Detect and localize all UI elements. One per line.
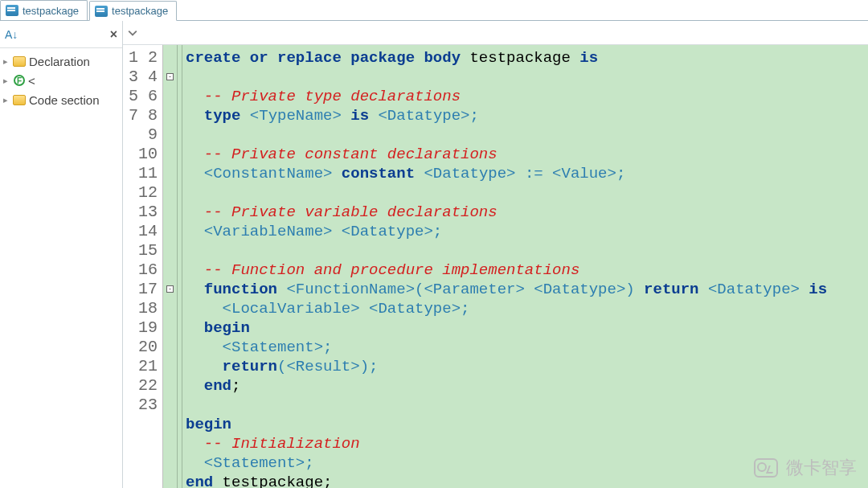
tree-item-func[interactable]: ▸ F < [2, 71, 122, 90]
fold-toggle[interactable]: - [166, 285, 174, 293]
tab-label: testpackage [112, 5, 168, 17]
package-icon [95, 6, 108, 17]
function-icon: F [14, 75, 25, 86]
app-root: testpackage testpackage A↓ × ▸ Declarati… [0, 0, 868, 488]
sidebar-toolbar: A↓ × [0, 21, 122, 48]
chevron-down-icon [128, 28, 137, 38]
tree-item-label: Declaration [29, 55, 90, 68]
folder-icon [13, 95, 26, 105]
tree-item-label: Code section [29, 93, 100, 107]
tree-item-declaration[interactable]: ▸ Declaration [2, 51, 122, 71]
tab-label: testpackage [23, 5, 79, 17]
package-icon [6, 5, 18, 16]
main-split: A↓ × ▸ Declaration ▸ F < ▸ Code section [0, 21, 868, 488]
breadcrumb-bar[interactable] [123, 21, 868, 45]
structure-sidebar: A↓ × ▸ Declaration ▸ F < ▸ Code section [0, 21, 123, 488]
tree-item-code-section[interactable]: ▸ Code section [2, 90, 122, 109]
structure-tree: ▸ Declaration ▸ F < ▸ Code section [0, 48, 122, 488]
line-number-gutter: 1 2 3 4 5 6 7 8 9 10 11 12 13 14 15 16 1… [123, 45, 163, 488]
fold-toggle[interactable]: - [166, 73, 174, 80]
folder-icon [13, 56, 26, 67]
editor-tabbar: testpackage testpackage [0, 0, 868, 21]
tree-item-label: < [28, 74, 35, 88]
chevron-right-icon: ▸ [3, 76, 11, 86]
close-icon[interactable]: × [110, 27, 117, 42]
chevron-right-icon: ▸ [3, 95, 11, 105]
code-editor[interactable]: 1 2 3 4 5 6 7 8 9 10 11 12 13 14 15 16 1… [123, 45, 868, 488]
tab-testpackage-2[interactable]: testpackage [89, 1, 177, 21]
tab-testpackage-1[interactable]: testpackage [0, 0, 88, 20]
chevron-right-icon: ▸ [3, 56, 11, 67]
sort-icon[interactable]: A↓ [5, 28, 18, 41]
editor-panel: 1 2 3 4 5 6 7 8 9 10 11 12 13 14 15 16 1… [123, 21, 868, 488]
fold-strip[interactable]: -- [163, 45, 178, 488]
code-area[interactable]: create or replace package body testpacka… [182, 45, 868, 488]
